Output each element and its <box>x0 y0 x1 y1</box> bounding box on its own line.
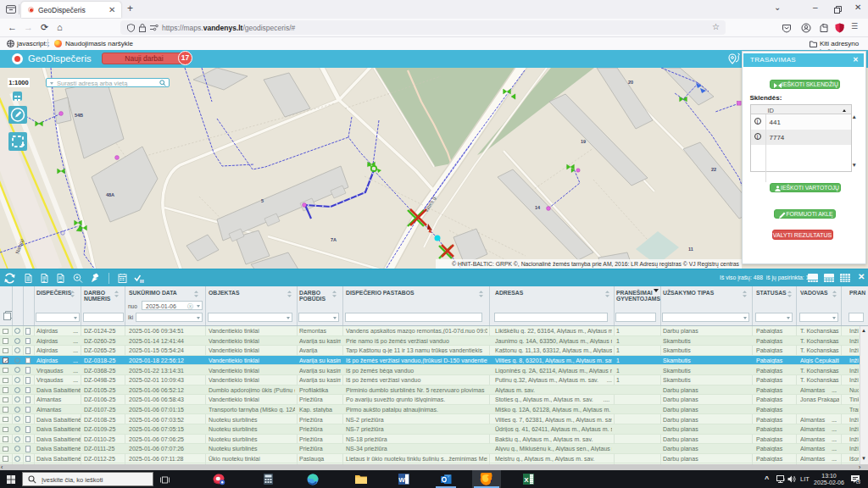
svg-text:22: 22 <box>711 167 716 172</box>
svg-text:5: 5 <box>261 198 264 203</box>
svg-text:© HNIT-BALTIC: GRPK ©, Naciona: © HNIT-BALTIC: GRPK ©, Nacionalinė žemės… <box>452 261 740 268</box>
svg-text:W: W <box>398 476 405 484</box>
svg-text:48A: 48A <box>106 192 114 197</box>
svg-text:14: 14 <box>535 205 541 210</box>
svg-text:7A: 7A <box>331 237 337 242</box>
svg-text:20: 20 <box>628 80 633 85</box>
svg-text:19: 19 <box>581 139 586 144</box>
svg-text:11: 11 <box>688 247 693 252</box>
svg-text:54B: 54B <box>75 113 83 118</box>
svg-text:X: X <box>524 476 529 484</box>
